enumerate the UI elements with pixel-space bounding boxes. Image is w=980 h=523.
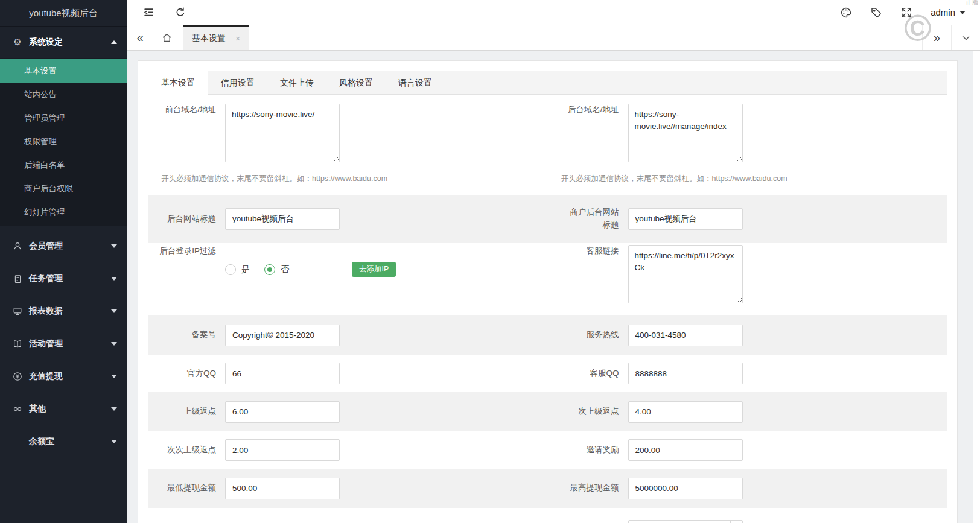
service-qq-label: 客服QQ [564,367,619,380]
page-scrollbar[interactable] [973,51,980,523]
tabs-scroll-right-button[interactable]: » [922,25,951,50]
chevron-down-icon [111,244,117,248]
admin-site-title-label: 后台网站标题 [154,213,216,226]
settings-tab[interactable]: 语言设置 [386,71,445,94]
sidebar-item-label: 余额宝 [29,436,54,447]
sidebar-item-label: 活动管理 [29,338,63,349]
sidebar-section-system-settings[interactable]: ⚙ 系统设定 [0,27,127,58]
fullscreen-icon[interactable] [900,7,912,19]
ip-filter-radio-label: 否 [281,264,289,275]
sidebar-item[interactable]: 余额宝 [0,425,127,458]
parent-rebate-input[interactable] [225,401,340,423]
tabs-scroll-left-button[interactable]: « [127,25,153,50]
chevron-down-icon [111,342,117,346]
ip-filter-radio-label: 是 [241,264,250,275]
front-domain-help-text: 开头必须加通信协议，末尾不要留斜杠。如：https://www.baidu.co… [161,174,548,184]
sidebar-items: 会员管理任务管理报表数据活动管理充值提现其他余额宝 [0,226,127,458]
max-withdraw-input[interactable] [628,478,743,499]
tabs-menu-button[interactable] [951,25,980,50]
home-tab-button[interactable] [153,25,180,50]
front-domain-textarea[interactable] [225,104,340,162]
next-field-select[interactable] [628,520,743,523]
settings-tabs: 基本设置信用设置文件上传风格设置语言设置 [148,71,947,95]
app-logo: youtube视频后台 [0,0,127,27]
official-qq-input[interactable] [225,363,340,384]
gear-icon: ⚙ [12,37,23,48]
settings-tab[interactable]: 信用设置 [208,71,267,94]
sidebar-item-label: 其他 [29,404,46,414]
great-grandparent-rebate-input[interactable] [225,439,340,461]
admin-site-title-input[interactable] [225,208,340,230]
sidebar-item[interactable]: 活动管理 [0,328,127,360]
admin-domain-help-text: 开头必须加通信协议，末尾不要留斜杠。如：https://www.baidu.co… [561,174,948,184]
sidebar-item-label: 充值提现 [29,371,63,382]
icp-number-label: 备案号 [154,329,216,341]
form-row: 次次上级返点邀请奖励 [148,431,947,469]
invite-reward-label: 邀请奖励 [564,444,619,457]
settings-tab[interactable]: 风格设置 [326,71,386,94]
ip-filter-radio-是[interactable] [225,264,236,275]
sidebar-subitem[interactable]: 商户后台权限 [0,177,127,200]
chevron-down-icon [111,277,117,281]
form-row: 上级返点次上级返点 [148,392,947,431]
watermark-text: 正版 [966,0,979,7]
sidebar-item[interactable]: 充值提现 [0,360,127,393]
min-withdraw-label: 最低提现金额 [154,482,216,495]
admin-domain-textarea[interactable] [628,104,743,162]
service-link-label: 客服链接 [564,245,619,306]
sidebar: youtube视频后台 ⚙ 系统设定 基本设置站内公告管理员管理权限管理后端白名… [0,0,127,523]
document-icon [12,274,23,284]
hotline-input[interactable] [628,325,743,346]
merchant-site-title-input[interactable] [628,208,743,230]
sidebar-item[interactable]: 会员管理 [0,230,127,262]
ip-filter-radio-否[interactable] [264,264,275,275]
open-tab-basic-settings[interactable]: 基本设置 × [183,25,249,50]
sidebar-item[interactable]: 任务管理 [0,262,127,295]
grandparent-rebate-input[interactable] [628,401,743,423]
icp-number-input[interactable] [225,325,340,346]
sidebar-item-label: 报表数据 [29,306,63,317]
user-menu[interactable]: admin [931,7,966,17]
add-ip-button[interactable]: 去添加IP [352,262,396,277]
invite-reward-input[interactable] [628,439,743,461]
user-icon [12,241,23,251]
chevron-down-icon [111,375,117,378]
sidebar-subitem[interactable]: 站内公告 [0,83,127,106]
sidebar-item[interactable]: 其他 [0,393,127,425]
settings-tab[interactable]: 基本设置 [148,71,208,95]
settings-card: 基本设置信用设置文件上传风格设置语言设置 前台域名/地址开头必须加通信协议，末尾… [138,60,958,523]
service-link-textarea[interactable] [628,245,743,303]
chevron-down-icon [111,407,117,411]
merchant-site-title-label: 商户后台网站标题 [564,206,619,232]
sidebar-subitem[interactable]: 基本设置 [0,59,127,83]
form-row [148,508,947,523]
theme-palette-icon[interactable] [840,7,852,19]
settings-tab[interactable]: 文件上传 [267,71,326,94]
main-content: 基本设置信用设置文件上传风格设置语言设置 前台域名/地址开头必须加通信协议，末尾… [127,51,980,523]
sidebar-subitem[interactable]: 幻灯片管理 [0,200,127,224]
next-field-label [564,520,619,523]
form-row: 后台网站标题商户后台网站标题 [148,195,947,243]
sidebar-item[interactable]: 报表数据 [0,295,127,328]
collapse-sidebar-icon[interactable] [142,6,155,19]
admin-domain-label: 后台域名/地址 [564,104,619,165]
min-withdraw-input[interactable] [225,478,340,499]
sidebar-subitem[interactable]: 权限管理 [0,130,127,153]
close-tab-icon[interactable]: × [235,34,240,43]
service-qq-input[interactable] [628,363,743,384]
great-grandparent-rebate-label: 次次上级返点 [154,444,216,457]
sidebar-subitem[interactable]: 管理员管理 [0,106,127,130]
form-row: 后台登录IP过滤是否去添加IP客服链接 [148,243,947,315]
sidebar-item-label: 会员管理 [29,241,63,252]
tag-icon[interactable] [870,7,882,19]
sidebar-submenu: 基本设置站内公告管理员管理权限管理后端白名单商户后台权限幻灯片管理 [0,58,127,226]
refresh-icon[interactable] [174,7,186,19]
top-header: admin [127,0,980,25]
sidebar-subitem[interactable]: 后端白名单 [0,153,127,177]
select-arrow-area [730,521,742,523]
form-row: 最低提现金额最高提现金额 [148,469,947,508]
chevron-down-icon [959,11,966,14]
form-row: 官方QQ客服QQ [148,355,947,392]
settings-form: 前台域名/地址开头必须加通信协议，末尾不要留斜杠。如：https://www.b… [148,103,947,523]
username: admin [931,7,955,17]
